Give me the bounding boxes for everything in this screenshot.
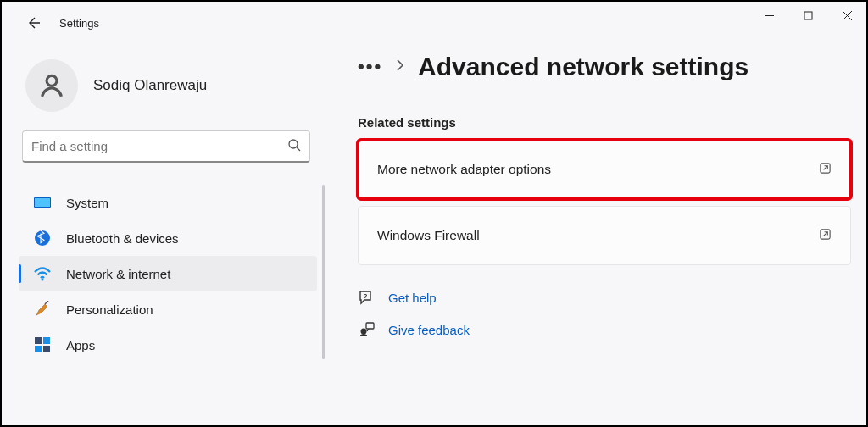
svg-rect-11 (35, 337, 42, 344)
svg-rect-1 (804, 12, 812, 19)
sidebar: Sodiq Olanrewaju System Bluetooth & devi… (2, 53, 324, 363)
svg-text:?: ? (364, 292, 368, 300)
breadcrumb: ••• Advanced network settings (358, 53, 851, 81)
help-icon: ? (358, 289, 375, 306)
nav-label: Personalization (66, 302, 153, 317)
related-item-firewall[interactable]: Windows Firewall (358, 206, 851, 265)
svg-point-10 (42, 279, 44, 281)
svg-rect-8 (35, 198, 50, 207)
nav-label: Network & internet (66, 267, 170, 281)
svg-rect-14 (43, 346, 50, 352)
back-button[interactable] (25, 15, 41, 30)
user-name: Sodiq Olanrewaju (93, 77, 207, 94)
nav-item-system[interactable]: System (19, 185, 317, 220)
close-button[interactable] (827, 2, 866, 29)
avatar (25, 59, 78, 112)
search-box[interactable] (22, 130, 310, 163)
svg-rect-12 (43, 337, 50, 344)
nav-item-personalization[interactable]: Personalization (19, 291, 317, 327)
wifi-icon (34, 265, 51, 282)
search-input[interactable] (31, 139, 287, 153)
window-controls (749, 2, 866, 29)
user-profile[interactable]: Sodiq Olanrewaju (19, 53, 324, 130)
svg-point-9 (35, 230, 50, 246)
app-header: Settings (2, 2, 99, 44)
nav-item-bluetooth[interactable]: Bluetooth & devices (19, 220, 317, 256)
nav-scrollbar[interactable] (322, 185, 325, 359)
svg-point-5 (289, 140, 298, 148)
help-links: ? Get help Give feedback (358, 289, 851, 338)
svg-point-18 (361, 329, 367, 335)
system-icon (34, 194, 51, 211)
app-name: Settings (59, 17, 99, 30)
open-external-icon (819, 162, 832, 178)
nav-label: Bluetooth & devices (66, 231, 179, 246)
svg-line-6 (297, 147, 300, 151)
nav-list: System Bluetooth & devices Network & int… (19, 185, 317, 363)
help-link-label: Get help (388, 291, 437, 305)
svg-point-4 (47, 75, 57, 86)
nav-item-apps[interactable]: Apps (19, 327, 317, 363)
card-label: Windows Firewall (377, 228, 480, 243)
maximize-button[interactable] (788, 2, 827, 29)
search-icon (287, 138, 301, 155)
card-label: More network adapter options (377, 162, 551, 177)
feedback-icon (358, 321, 375, 338)
chevron-right-icon (396, 59, 404, 75)
nav-label: System (66, 196, 108, 210)
apps-icon (34, 336, 51, 353)
related-item-adapter-options[interactable]: More network adapter options (358, 140, 851, 199)
page-title: Advanced network settings (418, 53, 748, 81)
svg-rect-13 (35, 346, 42, 352)
open-external-icon (819, 228, 832, 244)
get-help-link[interactable]: ? Get help (358, 289, 851, 306)
section-header-related: Related settings (358, 115, 851, 130)
help-link-label: Give feedback (388, 323, 470, 337)
main-content: ••• Advanced network settings Related se… (358, 53, 851, 338)
paintbrush-icon (34, 301, 51, 318)
nav-label: Apps (66, 338, 95, 352)
svg-rect-19 (366, 323, 374, 329)
bluetooth-icon (34, 230, 51, 247)
nav-item-network[interactable]: Network & internet (19, 256, 317, 291)
minimize-button[interactable] (749, 2, 788, 29)
give-feedback-link[interactable]: Give feedback (358, 321, 851, 338)
